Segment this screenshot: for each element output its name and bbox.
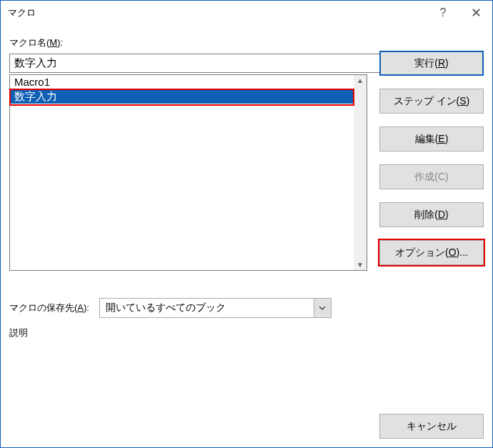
close-icon: ✕ [471, 5, 482, 21]
list-item[interactable]: 数字入力 [10, 89, 354, 104]
storage-dropdown[interactable]: 開いているすべてのブック [99, 298, 332, 318]
chevron-down-icon [314, 299, 331, 317]
run-button[interactable]: 実行(R) [379, 51, 484, 76]
description-label: 説明 [9, 327, 484, 339]
storage-row: マクロの保存先(A): 開いているすべてのブック [9, 298, 484, 318]
delete-button[interactable]: 削除(D) [379, 202, 484, 227]
close-button[interactable]: ✕ [459, 1, 492, 26]
macro-name-label: マクロ名(M): [9, 36, 484, 49]
macro-list-items: Macro1 数字入力 [10, 75, 354, 270]
cancel-row: キャンセル [379, 414, 484, 439]
macro-dialog: マクロ ? ✕ マクロ名(M): Macro1 数字入力 [0, 0, 493, 448]
titlebar: マクロ ? ✕ [1, 1, 492, 26]
client-area: マクロ名(M): Macro1 数字入力 ▲ ▼ [9, 36, 484, 439]
edit-button[interactable]: 編集(E) [379, 126, 484, 151]
options-button[interactable]: オプション(O)... [379, 240, 484, 265]
help-button[interactable]: ? [427, 1, 459, 26]
help-icon: ? [440, 6, 447, 19]
create-button: 作成(C) [379, 164, 484, 189]
scrollbar[interactable]: ▲ ▼ [354, 75, 367, 270]
storage-value: 開いているすべてのブック [106, 302, 226, 314]
scroll-down-icon: ▼ [357, 261, 364, 269]
window-title: マクロ [8, 6, 427, 19]
button-column: 実行(R) ステップ イン(S) 編集(E) 作成(C) 削除(D) オプション… [379, 51, 484, 265]
list-item[interactable]: Macro1 [10, 75, 354, 89]
macro-list-wrap: Macro1 数字入力 ▲ ▼ [9, 74, 367, 271]
scroll-up-icon: ▲ [357, 76, 364, 84]
cancel-button[interactable]: キャンセル [379, 414, 484, 439]
storage-label: マクロの保存先(A): [9, 302, 89, 314]
macro-listbox[interactable]: Macro1 数字入力 ▲ ▼ [9, 74, 367, 271]
step-in-button[interactable]: ステップ イン(S) [379, 89, 484, 114]
